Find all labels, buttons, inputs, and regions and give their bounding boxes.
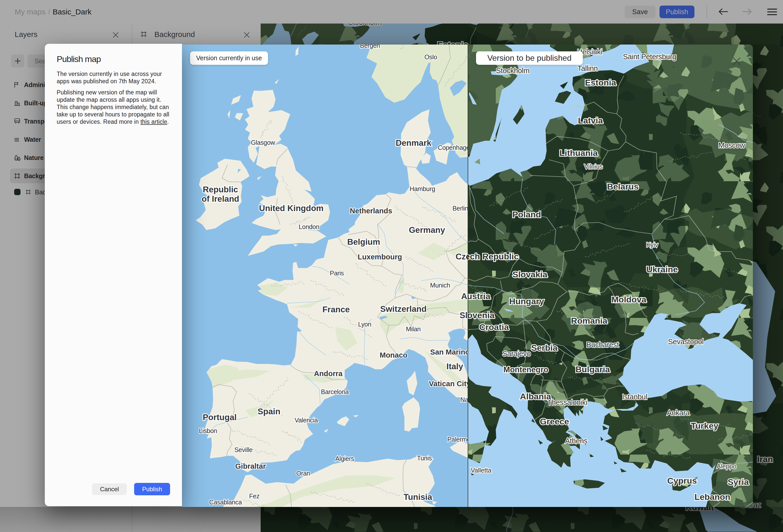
svg-text:Bergen: Bergen [360,44,380,49]
svg-text:Fez: Fez [249,493,260,500]
svg-text:Syria: Syria [728,477,749,487]
svg-text:Athens: Athens [565,437,588,445]
svg-text:Gibraltar: Gibraltar [236,462,266,470]
svg-text:Lebanon: Lebanon [694,492,730,502]
svg-text:Tunis: Tunis [417,455,432,462]
svg-text:Estonia: Estonia [585,78,617,87]
svg-text:Berlin: Berlin [452,205,468,212]
svg-text:Sevastopol: Sevastopol [668,338,704,346]
svg-text:Netherlands: Netherlands [350,207,392,215]
svg-text:Romania: Romania [571,316,607,325]
svg-text:Latvia: Latvia [578,116,603,125]
svg-text:Glasgow: Glasgow [251,139,275,146]
svg-text:Oran: Oran [296,470,310,477]
svg-text:Aleppo: Aleppo [717,463,737,470]
svg-text:United Kingdom: United Kingdom [259,204,324,213]
svg-text:Hungary: Hungary [509,296,544,306]
svg-text:Paris: Paris [330,270,344,277]
svg-text:Republic: Republic [203,185,238,194]
svg-text:France: France [322,305,350,314]
svg-text:Casablanca: Casablanca [209,499,242,506]
svg-text:Germany: Germany [409,225,445,234]
svg-text:Montenegro: Montenegro [503,365,548,374]
svg-text:Kyiv: Kyiv [646,241,658,248]
svg-text:Algiers: Algiers [335,455,354,462]
svg-text:Saint Petersburg: Saint Petersburg [623,53,676,61]
svg-text:Vatican City: Vatican City [429,380,470,388]
svg-text:Croatia: Croatia [479,322,509,332]
svg-text:Vilnius: Vilnius [584,163,602,170]
svg-text:Lyon: Lyon [358,321,371,328]
svg-text:Moldova: Moldova [612,294,647,304]
svg-text:Switzerland: Switzerland [380,304,427,314]
svg-text:Slovakia: Slovakia [512,270,547,279]
svg-text:Barcelona: Barcelona [321,388,349,395]
svg-text:Poland: Poland [512,210,541,219]
svg-text:Denmark: Denmark [396,138,432,148]
svg-text:Valletta: Valletta [471,467,492,474]
svg-text:Istanbul: Istanbul [622,393,647,401]
svg-text:Spain: Spain [258,407,280,416]
svg-text:Italy: Italy [446,362,463,371]
svg-text:Valencia: Valencia [294,416,318,424]
svg-text:Portugal: Portugal [203,412,237,422]
svg-text:of Ireland: of Ireland [202,194,240,204]
svg-text:Belarus: Belarus [607,182,639,191]
svg-text:Albania: Albania [520,392,552,401]
svg-text:Andorra: Andorra [314,370,343,378]
svg-text:Turkey: Turkey [691,421,718,431]
svg-text:Bulgaria: Bulgaria [575,365,610,374]
svg-text:Stockholm: Stockholm [496,67,530,75]
svg-text:Belgium: Belgium [347,237,380,247]
svg-text:Palermo: Palermo [447,436,470,443]
svg-text:Moscow: Moscow [718,141,745,149]
svg-text:Bucharest: Bucharest [586,341,619,349]
svg-text:Tunisia: Tunisia [403,492,432,502]
svg-text:Thessaloniki: Thessaloniki [547,398,587,406]
svg-text:Oslo: Oslo [425,54,437,61]
svg-text:Luxembourg: Luxembourg [357,253,402,261]
svg-text:London: London [299,223,319,230]
svg-text:Monaco: Monaco [380,351,407,359]
svg-text:Ukraine: Ukraine [646,264,678,274]
svg-text:San Marino: San Marino [430,348,470,356]
svg-text:Cyprus: Cyprus [667,476,697,486]
svg-text:Munich: Munich [430,282,450,289]
svg-text:Ankara: Ankara [667,409,690,417]
svg-text:Hamburg: Hamburg [410,185,435,192]
svg-text:Seville: Seville [234,446,253,453]
svg-text:Greece: Greece [540,416,569,426]
svg-text:Sarajevo: Sarajevo [502,349,531,357]
svg-text:Serbia: Serbia [531,343,558,352]
svg-text:Lithuania: Lithuania [559,148,598,158]
svg-text:Tallinn: Tallinn [577,64,598,72]
svg-text:Lisbon: Lisbon [199,427,217,434]
svg-text:Milan: Milan [406,325,420,333]
